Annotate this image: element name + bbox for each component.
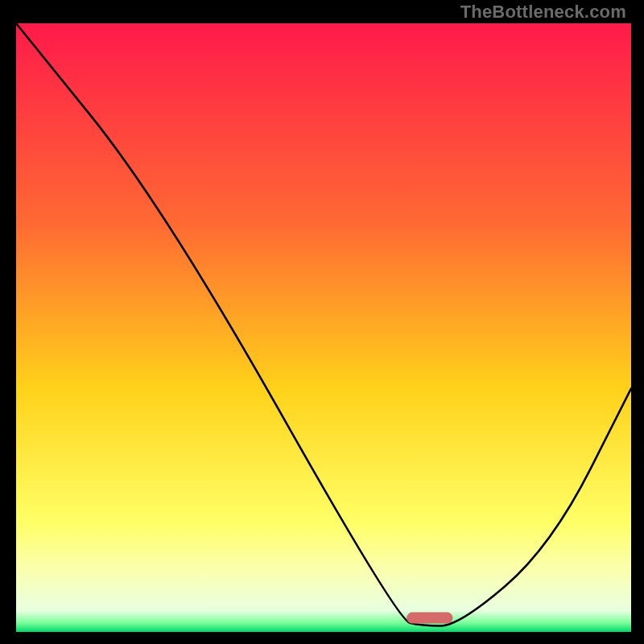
plot-area [16, 23, 631, 632]
optimal-marker [407, 613, 452, 624]
gradient-background [16, 23, 631, 632]
chart-container: TheBottleneck.com [0, 0, 644, 644]
bottleneck-chart [16, 23, 631, 632]
watermark-text: TheBottleneck.com [460, 2, 626, 23]
